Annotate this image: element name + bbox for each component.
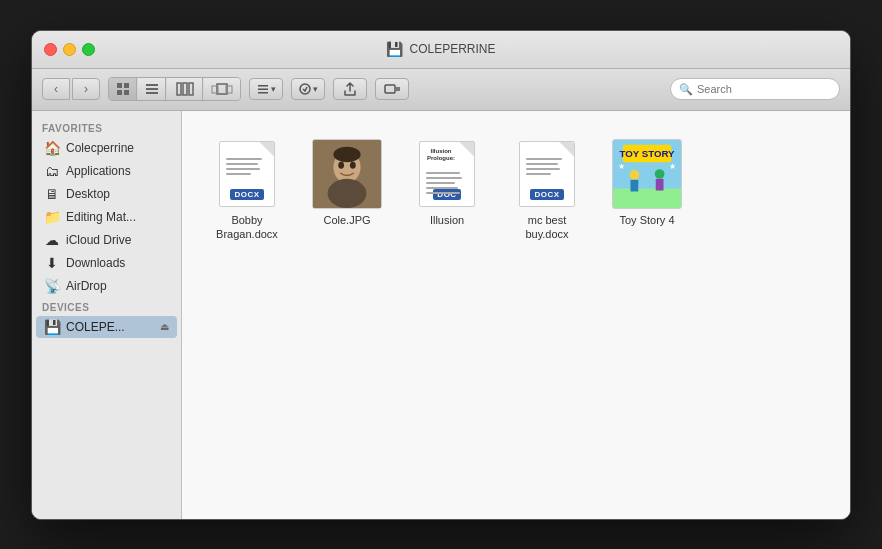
sidebar-item-colecperrine[interactable]: 🏠 Colecperrine [36,137,177,159]
applications-icon: 🗂 [44,163,60,179]
title-bar: 💾 COLEPERRINE [32,31,850,69]
svg-point-32 [655,169,665,179]
svg-text:★: ★ [618,162,625,171]
arrange-button[interactable]: ▾ [249,78,283,100]
docx-file-icon-2: DOCX [519,141,575,207]
svg-rect-2 [117,90,122,95]
window-title: 💾 COLEPERRINE [386,41,495,57]
sidebar-item-label: Applications [66,164,131,178]
svg-rect-6 [146,92,158,94]
forward-button[interactable]: › [72,78,100,100]
sidebar-item-label: Downloads [66,256,125,270]
svg-rect-7 [177,83,181,95]
jpg-file-icon [312,139,382,209]
svg-rect-8 [183,83,187,95]
sidebar-item-icloud-drive[interactable]: ☁ iCloud Drive [36,229,177,251]
svg-rect-0 [117,83,122,88]
sidebar: Favorites 🏠 Colecperrine 🗂 Applications … [32,111,182,519]
view-list-button[interactable] [138,78,166,100]
svg-point-16 [300,84,310,94]
docx-file-icon: DOCX [219,141,275,207]
svg-point-23 [338,161,344,168]
view-column-button[interactable] [167,78,203,100]
content-area: DOCX Bobby Bragan.docx [182,111,850,519]
svg-rect-5 [146,88,158,90]
file-icon-mc-best-buy: DOCX [512,139,582,209]
sidebar-item-editing-mat[interactable]: 📁 Editing Mat... [36,206,177,228]
view-buttons [108,77,241,101]
sidebar-item-label: COLEPE... [66,320,125,334]
eject-icon[interactable]: ⏏ [160,321,169,332]
drive-icon: 💾 [386,41,403,57]
svg-rect-31 [630,179,638,191]
file-icon-toy-story-4: TOY STORY ★ ★ [612,139,682,209]
svg-rect-27 [613,188,681,207]
favorites-section-label: Favorites [32,119,181,136]
maximize-button[interactable] [82,43,95,56]
file-name-label: Illusion [430,213,464,227]
tag-button[interactable] [375,78,409,100]
svg-rect-3 [124,90,129,95]
minimize-button[interactable] [63,43,76,56]
folder-icon: 📁 [44,209,60,225]
action-button[interactable]: ▾ [291,78,325,100]
close-button[interactable] [44,43,57,56]
svg-rect-9 [189,83,193,95]
cloud-icon: ☁ [44,232,60,248]
sidebar-item-label: iCloud Drive [66,233,131,247]
downloads-icon: ⬇ [44,255,60,271]
file-icon-cole-jpg [312,139,382,209]
drive-device-icon: 💾 [44,319,60,335]
home-icon: 🏠 [44,140,60,156]
svg-point-22 [328,178,367,207]
desktop-icon: 🖥 [44,186,60,202]
svg-rect-17 [385,85,395,93]
toolbar: ‹ › ▾ ▾ [32,69,850,111]
file-item-mc-best-buy[interactable]: DOCX mc best buy.docx [502,131,592,250]
file-item-toy-story-4[interactable]: TOY STORY ★ ★ [602,131,692,250]
svg-rect-33 [656,178,664,190]
devices-section-label: Devices [32,298,181,315]
svg-rect-14 [258,89,268,91]
sidebar-item-label: AirDrop [66,279,107,293]
svg-point-25 [333,146,360,162]
sidebar-item-coleperrine-device[interactable]: 💾 COLEPE... ⏏ [36,316,177,338]
sidebar-item-label: Editing Mat... [66,210,136,224]
doc-file-icon: IllusionPrologue: DOC [419,141,475,207]
sidebar-item-airdrop[interactable]: 📡 AirDrop [36,275,177,297]
file-name-label: Bobby Bragan.docx [206,213,288,242]
svg-rect-4 [146,84,158,86]
file-item-illusion[interactable]: IllusionPrologue: DOC Illusion [402,131,492,250]
svg-rect-13 [258,85,268,87]
file-item-cole-jpg[interactable]: Cole.JPG [302,131,392,250]
share-button[interactable] [333,78,367,100]
traffic-lights [44,43,95,56]
svg-rect-15 [258,92,268,94]
sidebar-item-downloads[interactable]: ⬇ Downloads [36,252,177,274]
file-name-label: mc best buy.docx [506,213,588,242]
sidebar-item-desktop[interactable]: 🖥 Desktop [36,183,177,205]
finder-window: 💾 COLEPERRINE ‹ › [31,30,851,520]
file-name-label: Cole.JPG [323,213,370,227]
main-area: Favorites 🏠 Colecperrine 🗂 Applications … [32,111,850,519]
svg-rect-1 [124,83,129,88]
search-input[interactable] [697,83,831,95]
file-item-bobby-bragan[interactable]: DOCX Bobby Bragan.docx [202,131,292,250]
sidebar-item-label: Desktop [66,187,110,201]
sidebar-item-label: Colecperrine [66,141,134,155]
airdrop-icon: 📡 [44,278,60,294]
svg-point-30 [630,170,640,180]
view-coverflow-button[interactable] [204,78,240,100]
search-icon: 🔍 [679,83,693,96]
file-icon-bobby-bragan: DOCX [212,139,282,209]
nav-buttons: ‹ › [42,78,100,100]
svg-text:TOY STORY: TOY STORY [619,148,675,159]
svg-text:★: ★ [669,162,676,171]
search-box[interactable]: 🔍 [670,78,840,100]
view-icon-button[interactable] [109,78,137,100]
svg-point-24 [350,161,356,168]
sidebar-item-applications[interactable]: 🗂 Applications [36,160,177,182]
back-button[interactable]: ‹ [42,78,70,100]
image-file-icon: TOY STORY ★ ★ [612,139,682,209]
file-icon-illusion: IllusionPrologue: DOC [412,139,482,209]
